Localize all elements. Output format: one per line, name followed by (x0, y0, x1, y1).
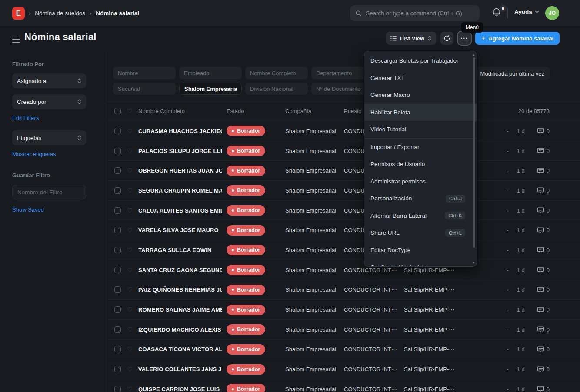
row-name[interactable]: QUISPE CARRION JOSE LUIS (138, 386, 222, 392)
heart-icon[interactable]: ♡ (127, 207, 134, 214)
comment-count[interactable]: 0 (537, 227, 550, 234)
select-all-checkbox[interactable] (114, 108, 121, 114)
row-name[interactable]: TARRAGA SULLCA EDWIN (138, 247, 222, 253)
menu-item-administrar-permisos[interactable]: Administrar permisos (364, 173, 477, 190)
table-row[interactable]: ♡ OBREGON HUERTAS JUAN JOS Borrador Shal… (107, 161, 580, 181)
row-name[interactable]: COASACA TICONA VICTOR AL (138, 346, 222, 352)
row-name[interactable]: IZQUIERDO MACHICO ALEXIS (138, 326, 222, 333)
table-row[interactable]: ♡ COASACA TICONA VICTOR AL Borrador Shal… (107, 340, 580, 360)
row-doc-link[interactable]: Sal Slip/HR-EMP-⋯ (404, 346, 469, 352)
row-doc-link[interactable]: Sal Slip/HR-EMP-⋯ (404, 366, 469, 372)
row-checkbox[interactable] (114, 187, 121, 194)
table-row[interactable]: ♡ PALACIOS SILUPU JORGE LUIS Borrador Sh… (107, 141, 580, 161)
column-company[interactable]: Compañía (285, 108, 344, 114)
menu-item-permisos-usuario[interactable]: Permisos de Usuario (364, 156, 477, 173)
row-name[interactable]: VARELA SILVA JOSE MAURO (138, 227, 222, 233)
edit-filters-link[interactable]: Edit Filters (12, 115, 39, 121)
menu-item-personalizacion[interactable]: Personalización Ctrl+J (364, 190, 477, 207)
menu-item-descargar-boletas[interactable]: Descargar Boletas por Trabajador (364, 52, 477, 70)
heart-icon[interactable]: ♡ (127, 128, 134, 134)
row-checkbox[interactable] (114, 346, 121, 352)
global-search[interactable] (350, 5, 480, 21)
row-name[interactable]: PALACIOS SILUPU JORGE LUIS (138, 148, 222, 154)
row-checkbox[interactable] (114, 207, 121, 214)
comment-count[interactable]: 0 (537, 385, 550, 392)
row-doc-link[interactable]: Sal Slip/HR-EMP-⋯ (404, 326, 469, 333)
sort-by-button[interactable]: Modificada por última vez (475, 67, 550, 80)
add-salary-slip-button[interactable]: + Agregar Nómina salarial (475, 32, 560, 45)
view-selector-button[interactable]: List View (386, 32, 436, 45)
liked-filter-heart-icon[interactable]: ♡ (127, 108, 134, 114)
tags-select[interactable]: Etiquetas (12, 130, 86, 145)
comment-count[interactable]: 0 (537, 346, 550, 353)
comment-count[interactable]: 0 (537, 127, 550, 134)
notifications-button[interactable]: 0 (492, 7, 505, 20)
table-row[interactable]: ♡ CALUA ALVITES SANTOS EMIL Borrador Sha… (107, 201, 580, 221)
menu-item-importar-exportar[interactable]: Importar / Exportar (364, 139, 477, 156)
heart-icon[interactable]: ♡ (127, 267, 134, 273)
row-checkbox[interactable] (114, 247, 121, 253)
erpnext-logo-icon[interactable]: E (12, 7, 25, 20)
heart-icon[interactable]: ♡ (127, 346, 134, 352)
assigned-to-select[interactable]: Asignado a (12, 73, 86, 88)
comment-count[interactable]: 0 (537, 286, 550, 293)
row-name[interactable]: CALUA ALVITES SANTOS EMIL (138, 207, 222, 214)
heart-icon[interactable]: ♡ (127, 386, 134, 392)
menu-item-share-url[interactable]: Share URL Ctrl+L (364, 224, 477, 242)
row-checkbox[interactable] (114, 167, 121, 174)
table-row[interactable]: ♡ VARELA SILVA JOSE MAURO Borrador Shalo… (107, 220, 580, 240)
row-name[interactable]: OBREGON HUERTAS JUAN JOS (138, 167, 222, 174)
heart-icon[interactable]: ♡ (127, 366, 134, 372)
column-status[interactable]: Estado (227, 108, 285, 114)
menu-item-configuracion-lista[interactable]: Configuración de lista (364, 259, 477, 267)
table-row[interactable]: ♡ SEGURA CHAUPIN ROMEL MA Borrador Shalo… (107, 181, 580, 201)
heart-icon[interactable]: ♡ (127, 286, 134, 293)
comment-count[interactable]: 0 (537, 366, 550, 373)
filter-empleado[interactable] (179, 67, 242, 79)
help-menu[interactable]: Ayuda (514, 9, 539, 15)
row-name[interactable]: SEGURA CHAUPIN ROMEL MA (138, 187, 222, 194)
table-row[interactable]: ♡ IZQUIERDO MACHICO ALEXIS Borrador Shal… (107, 320, 580, 340)
row-checkbox[interactable] (114, 227, 121, 233)
menu-item-generar-txt[interactable]: Generar TXT (364, 70, 477, 87)
table-row[interactable]: ♡ ROMERO SALINAS JAIME AME Borrador Shal… (107, 300, 580, 320)
comment-count[interactable]: 0 (537, 207, 550, 214)
filter-sucursal[interactable] (113, 83, 176, 95)
row-name[interactable]: SANTA CRUZ GAONA SEGUND (138, 267, 222, 273)
table-row[interactable]: ♡ VALERIO COLLANTES JANS JH Borrador Sha… (107, 359, 580, 379)
comment-count[interactable]: 0 (537, 266, 550, 273)
menu-scrollbar[interactable] (473, 57, 475, 248)
sidebar-toggle-icon[interactable] (12, 37, 20, 43)
table-row[interactable]: ♡ TARRAGA SULLCA EDWIN Borrador Shalom E… (107, 240, 580, 260)
filter-nombre[interactable] (113, 67, 176, 79)
heart-icon[interactable]: ♡ (127, 148, 134, 154)
menu-item-habilitar-boleta[interactable]: Habilitar Boleta (364, 104, 477, 121)
comment-count[interactable]: 0 (537, 167, 550, 174)
avatar[interactable]: JO (545, 6, 559, 20)
heart-icon[interactable]: ♡ (127, 187, 134, 194)
comment-count[interactable]: 0 (537, 246, 550, 253)
row-name[interactable]: CURASMA HUACHOS JACKIEC (138, 128, 222, 134)
comment-count[interactable]: 0 (537, 147, 550, 154)
filter-compania[interactable] (179, 83, 242, 95)
table-row[interactable]: ♡ PAIZ QUIÑONES NEHEMIAS JU Borrador Sha… (107, 280, 580, 300)
heart-icon[interactable]: ♡ (127, 247, 134, 253)
search-input[interactable] (366, 10, 474, 17)
column-name[interactable]: Nombre Completo (138, 108, 222, 114)
row-checkbox[interactable] (114, 267, 121, 273)
row-name[interactable]: PAIZ QUIÑONES NEHEMIAS JU (138, 286, 222, 293)
breadcrumb-doctype[interactable]: Nómina salarial (96, 10, 139, 17)
row-doc-link[interactable]: Sal Slip/HR-EMP-⋯ (404, 286, 469, 293)
menu-item-generar-macro[interactable]: Generar Macro (364, 86, 477, 104)
table-row[interactable]: ♡ QUISPE CARRION JOSE LUIS Borrador Shal… (107, 379, 580, 392)
created-by-select[interactable]: Creado por (12, 94, 86, 109)
heart-icon[interactable]: ♡ (127, 227, 134, 233)
row-doc-link[interactable]: Sal Slip/HR-EMP-⋯ (404, 306, 469, 313)
row-checkbox[interactable] (114, 386, 121, 392)
comment-count[interactable]: 0 (537, 306, 550, 313)
row-name[interactable]: ROMERO SALINAS JAIME AME (138, 306, 222, 313)
row-name[interactable]: VALERIO COLLANTES JANS JH (138, 366, 222, 372)
table-row[interactable]: ♡ SANTA CRUZ GAONA SEGUND Borrador Shalo… (107, 260, 580, 280)
heart-icon[interactable]: ♡ (127, 306, 134, 313)
row-doc-link[interactable]: Sal Slip/HR-EMP-⋯ (404, 267, 469, 273)
